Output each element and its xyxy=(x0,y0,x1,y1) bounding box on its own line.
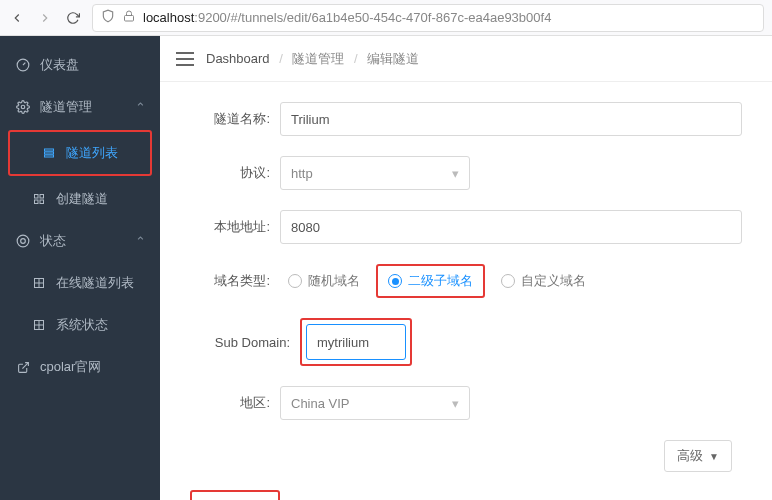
svg-rect-6 xyxy=(35,195,39,199)
local-addr-input[interactable] xyxy=(280,210,742,244)
table-icon xyxy=(32,318,46,332)
sidebar-label: 隧道管理 xyxy=(40,98,92,116)
breadcrumb-b[interactable]: 隧道管理 xyxy=(292,51,344,66)
svg-point-2 xyxy=(21,105,25,109)
label-region: 地区: xyxy=(190,394,280,412)
sidebar-item-system-status[interactable]: 系统状态 xyxy=(0,304,160,346)
svg-rect-3 xyxy=(45,149,54,151)
highlight-update-button: 更新 xyxy=(190,490,280,500)
sidebar-item-cpolar-site[interactable]: cpolar官网 xyxy=(0,346,160,388)
label-tunnel-name: 隧道名称: xyxy=(190,110,280,128)
sidebar-item-create-tunnel[interactable]: 创建隧道 xyxy=(0,178,160,220)
forward-button[interactable] xyxy=(36,9,54,27)
url-host: localhost xyxy=(143,10,194,25)
external-link-icon xyxy=(16,360,30,374)
protocol-select[interactable]: http ▾ xyxy=(280,156,470,190)
reload-button[interactable] xyxy=(64,9,82,27)
chevron-up-icon: ⌃ xyxy=(135,234,146,249)
region-select[interactable]: China VIP ▾ xyxy=(280,386,470,420)
svg-rect-7 xyxy=(40,195,44,199)
highlight-tunnel-list: 隧道列表 xyxy=(8,130,152,176)
label-domain-type: 域名类型: xyxy=(190,272,280,290)
sidebar-item-tunnel-list[interactable]: 隧道列表 xyxy=(10,132,150,174)
radio-subdomain[interactable]: 二级子域名 xyxy=(380,268,481,294)
highlight-subdomain-radio: 二级子域名 xyxy=(376,264,485,298)
url-path: :9200/#/tunnels/edit/6a1b4e50-454c-470f-… xyxy=(194,10,551,25)
svg-rect-0 xyxy=(125,16,134,22)
chevron-down-icon: ▾ xyxy=(452,396,459,411)
chevron-up-icon: ⌃ xyxy=(135,100,146,115)
lock-icon xyxy=(123,10,135,25)
list-icon xyxy=(42,146,56,160)
protocol-value: http xyxy=(291,166,313,181)
svg-rect-4 xyxy=(45,152,54,154)
back-button[interactable] xyxy=(8,9,26,27)
svg-rect-5 xyxy=(45,155,54,157)
highlight-subdomain-input xyxy=(300,318,412,366)
sidebar-item-dashboard[interactable]: 仪表盘 xyxy=(0,44,160,86)
tunnel-name-input[interactable] xyxy=(280,102,742,136)
svg-point-10 xyxy=(17,235,29,247)
svg-point-11 xyxy=(21,239,26,244)
radio-custom-domain[interactable]: 自定义域名 xyxy=(493,268,594,294)
grid-icon xyxy=(32,192,46,206)
sidebar-label: 仪表盘 xyxy=(40,56,79,74)
breadcrumb-c: 编辑隧道 xyxy=(367,51,419,66)
sidebar-item-tunnel-mgmt[interactable]: 隧道管理 ⌃ xyxy=(0,86,160,128)
subdomain-input[interactable] xyxy=(306,324,406,360)
svg-rect-8 xyxy=(35,200,39,204)
sidebar-label: 系统状态 xyxy=(56,316,108,334)
tunnel-edit-form: 隧道名称: 协议: http ▾ 本地地址: 域名类型: 随机域名 xyxy=(160,82,772,500)
sidebar-item-status[interactable]: 状态 ⌃ xyxy=(0,220,160,262)
label-local-addr: 本地地址: xyxy=(190,218,280,236)
sidebar-item-online-list[interactable]: 在线隧道列表 xyxy=(0,262,160,304)
target-icon xyxy=(16,234,30,248)
region-value: China VIP xyxy=(291,396,350,411)
menu-toggle-icon[interactable] xyxy=(176,52,194,66)
svg-rect-9 xyxy=(40,200,44,204)
gear-icon xyxy=(16,100,30,114)
gauge-icon xyxy=(16,58,30,72)
url-bar[interactable]: localhost:9200/#/tunnels/edit/6a1b4e50-4… xyxy=(92,4,764,32)
sidebar: 仪表盘 隧道管理 ⌃ 隧道列表 创建隧道 状态 ⌃ 在线隧道列表 xyxy=(0,36,160,500)
topbar: Dashboard / 隧道管理 / 编辑隧道 xyxy=(160,36,772,82)
sidebar-label: 创建隧道 xyxy=(56,190,108,208)
radio-random-domain[interactable]: 随机域名 xyxy=(280,268,368,294)
table-icon xyxy=(32,276,46,290)
sidebar-label: 状态 xyxy=(40,232,66,250)
breadcrumb: Dashboard / 隧道管理 / 编辑隧道 xyxy=(206,50,419,68)
caret-down-icon: ▼ xyxy=(709,451,719,462)
breadcrumb-a[interactable]: Dashboard xyxy=(206,51,270,66)
browser-navigation-bar: localhost:9200/#/tunnels/edit/6a1b4e50-4… xyxy=(0,0,772,36)
chevron-down-icon: ▾ xyxy=(452,166,459,181)
sidebar-label: 隧道列表 xyxy=(66,144,118,162)
advanced-button[interactable]: 高级 ▼ xyxy=(664,440,732,472)
sidebar-label: cpolar官网 xyxy=(40,358,101,376)
shield-icon xyxy=(101,9,115,26)
sidebar-label: 在线隧道列表 xyxy=(56,274,134,292)
main-content: Dashboard / 隧道管理 / 编辑隧道 隧道名称: 协议: http ▾ xyxy=(160,36,772,500)
label-subdomain: Sub Domain: xyxy=(190,335,300,350)
svg-line-18 xyxy=(22,362,28,368)
label-protocol: 协议: xyxy=(190,164,280,182)
